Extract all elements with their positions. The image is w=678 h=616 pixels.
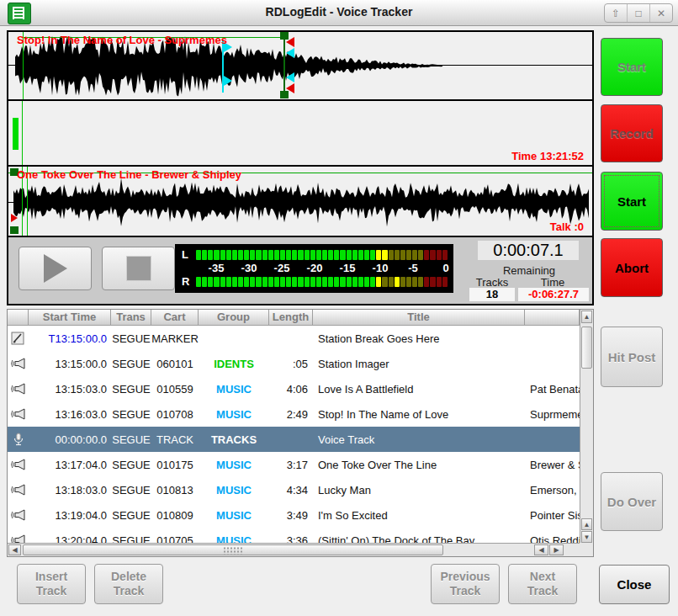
vu-segment (334, 277, 339, 287)
vu-segment (418, 277, 423, 287)
insert-track-button[interactable]: Insert Track (17, 564, 86, 604)
start-track2-button[interactable]: Start (601, 172, 663, 231)
next-track-button[interactable]: Next Track (508, 564, 577, 604)
log-row[interactable]: 13:15:00.0SEGUE060101IDENTS:05Station Im… (8, 351, 580, 376)
vu-segment (310, 277, 315, 287)
speaker-icon (11, 407, 26, 421)
cell-group: MUSIC (199, 509, 269, 522)
shade-icon[interactable]: ⇧ (605, 4, 627, 22)
vu-segment (340, 250, 345, 260)
log-row[interactable]: 13:20:04.0SEGUE010705MUSIC3:36(Sittin' O… (8, 528, 580, 544)
row-icon-cell (8, 483, 29, 497)
vu-segment (430, 250, 435, 260)
cell-cart: 060101 (151, 358, 199, 370)
column-header-length[interactable]: Length (269, 310, 313, 326)
log-row[interactable]: 13:19:04.0SEGUE010809MUSIC3:49I'm So Exc… (8, 502, 580, 528)
column-header-group[interactable]: Group (199, 310, 269, 326)
scroll-left-icon[interactable]: ◀ (8, 544, 21, 555)
waveform-track-after[interactable]: One Toke Over The Line - Brewer & Shiple… (8, 167, 592, 236)
column-header-icon[interactable] (8, 310, 29, 326)
scroll-left-icon[interactable]: ◀ (534, 544, 548, 555)
previous-track-button[interactable]: Previous Track (431, 564, 500, 604)
horizontal-scroll-thumb[interactable] (23, 544, 443, 555)
cell-start-time: T13:15:00.0 (29, 332, 111, 345)
vu-segment (406, 250, 411, 260)
column-header-title[interactable]: Title (313, 310, 525, 326)
scroll-right-icon[interactable]: ▶ (549, 544, 564, 555)
log-row[interactable]: 13:15:03.0SEGUE010559MUSIC4:06Love Is A … (8, 376, 580, 401)
start-handle-bottom[interactable] (10, 226, 19, 234)
fade-marker-icon[interactable] (286, 72, 294, 82)
vu-segment (412, 277, 417, 287)
vu-segment (340, 277, 345, 287)
stop-button[interactable] (102, 247, 175, 290)
vu-left-segments (196, 250, 448, 260)
column-header-start-time[interactable]: Start Time (29, 310, 111, 326)
start-marker-icon[interactable] (11, 214, 18, 222)
cell-title: Love Is A Battlefield (313, 383, 525, 396)
close-icon[interactable]: ✕ (649, 4, 672, 22)
row-icon-cell (8, 357, 29, 370)
segue-end-marker[interactable] (283, 35, 285, 96)
remaining-label: Remaining (469, 264, 589, 277)
vu-segment (424, 250, 429, 260)
vu-segment (395, 250, 400, 260)
log-row[interactable]: 00:00:00.0SEGUETRACKTRACKSVoice Track (8, 427, 580, 452)
vu-segment (316, 277, 321, 287)
track-before-title: Stop! In The Name of Love - Suprmemes (17, 34, 227, 46)
title-bar: RDLogEdit - Voice Tracker ⇧ □ ✕ (0, 0, 678, 26)
record-button[interactable]: Record (601, 104, 663, 162)
vertical-scrollbar[interactable]: ▲ ▲ ▼ (580, 310, 593, 544)
fade-marker-icon[interactable] (286, 48, 294, 58)
vu-segment (382, 250, 387, 260)
speaker-icon (11, 483, 26, 497)
cell-length: 3:49 (269, 509, 313, 522)
maximize-icon[interactable]: □ (627, 4, 649, 22)
log-row[interactable]: 13:16:03.0SEGUE010708MUSIC2:49Stop! In T… (8, 401, 580, 427)
scroll-up-icon[interactable]: ▲ (581, 518, 592, 530)
scroll-up-icon[interactable]: ▲ (581, 311, 592, 323)
end-marker-icon[interactable] (286, 83, 294, 93)
cell-cart: MARKER (151, 332, 199, 345)
column-header-cart[interactable]: Cart (151, 310, 199, 326)
scroll-down-icon[interactable]: ▼ (581, 531, 592, 543)
column-header-artist[interactable] (525, 310, 580, 326)
vu-segment (370, 277, 375, 287)
cell-cart: 010175 (151, 459, 199, 471)
cell-trans: SEGUE (111, 332, 151, 345)
marker-icon (11, 332, 26, 345)
abort-button[interactable]: Abort (601, 238, 663, 297)
play-button[interactable] (19, 247, 92, 290)
vu-segment (328, 277, 333, 287)
cell-length: 3:17 (269, 459, 313, 471)
waveform-track-before[interactable]: Stop! In The Name of Love - Suprmemes (8, 32, 592, 99)
cell-trans: SEGUE (111, 408, 151, 421)
vu-segment (238, 250, 243, 260)
horizontal-scrollbar[interactable]: ◀ ◀ ▶ (8, 543, 580, 556)
end-marker-icon[interactable] (286, 37, 294, 47)
cell-start-time: 00:00:00.0 (29, 433, 111, 446)
vu-segment (292, 277, 297, 287)
vu-segment (406, 277, 411, 287)
vertical-scroll-thumb[interactable] (581, 327, 592, 369)
vu-segment (274, 277, 279, 287)
cell-length: 4:06 (269, 383, 313, 396)
log-row[interactable]: 13:17:04.0SEGUE010175MUSIC3:17One Toke O… (8, 452, 580, 477)
vu-segment (262, 250, 267, 260)
waveform-voice-track[interactable]: Time 13:21:52 (8, 101, 592, 165)
hit-post-button[interactable]: Hit Post (601, 327, 663, 387)
close-button[interactable]: Close (599, 565, 670, 604)
track-after-title: One Toke Over The Line - Brewer & Shiple… (17, 168, 241, 181)
start-track1-button[interactable]: Start (601, 38, 663, 96)
do-over-button[interactable]: Do Over (601, 472, 663, 531)
cue-marker-icon[interactable] (224, 76, 232, 86)
delete-track-button[interactable]: Delete Track (94, 564, 163, 604)
vu-segment (364, 277, 369, 287)
thumb-grip (223, 546, 243, 554)
vu-segment (214, 277, 219, 287)
cell-group: MUSIC (199, 383, 269, 396)
column-header-trans[interactable]: Trans (111, 310, 151, 326)
log-row[interactable]: T13:15:00.0SEGUEMARKERStation Break Goes… (8, 326, 580, 351)
log-row[interactable]: 13:18:03.0SEGUE010813MUSIC4:34Lucky ManE… (8, 477, 580, 502)
log-table-body: T13:15:00.0SEGUEMARKERStation Break Goes… (8, 326, 580, 544)
